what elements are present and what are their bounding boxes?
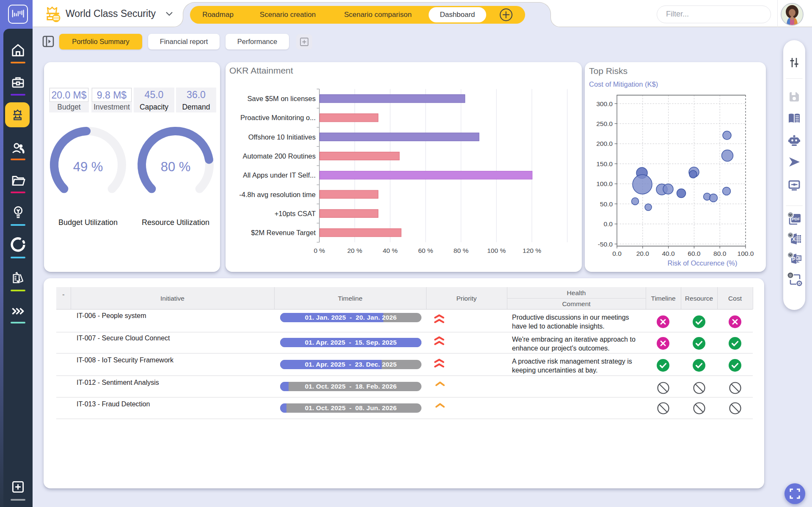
svg-text:250.0: 250.0 [596, 120, 613, 127]
svg-text:Proactive Monitoring o...: Proactive Monitoring o... [240, 114, 316, 121]
svg-text:60 %: 60 % [418, 247, 433, 254]
svg-text:100.0: 100.0 [596, 180, 613, 187]
svg-text:Save $5M on licenses: Save $5M on licenses [248, 95, 316, 102]
svg-text:$2M Revenue Target: $2M Revenue Target [251, 229, 316, 236]
svg-text:80.0: 80.0 [713, 250, 727, 257]
svg-text:Automate 200 Routines: Automate 200 Routines [243, 152, 316, 160]
svg-text:Risk of Occurence (%): Risk of Occurence (%) [667, 259, 737, 267]
svg-text:50.0: 50.0 [600, 200, 613, 208]
svg-text:All Apps under IT Self...: All Apps under IT Self... [243, 171, 316, 179]
svg-text:0.0: 0.0 [603, 220, 613, 227]
svg-text:120 %: 120 % [523, 247, 541, 254]
svg-text:0.0: 0.0 [612, 250, 622, 257]
svg-text:PDF: PDF [792, 217, 800, 221]
svg-text:80 %: 80 % [454, 247, 469, 254]
svg-text:+10pts CSAT: +10pts CSAT [275, 210, 316, 217]
svg-text:60.0: 60.0 [688, 250, 701, 257]
svg-text:Offshore 10 Initiatives: Offshore 10 Initiatives [248, 133, 316, 141]
svg-text:20 %: 20 % [347, 247, 363, 254]
svg-text:20.0: 20.0 [636, 250, 650, 257]
svg-text:300.0: 300.0 [596, 100, 613, 107]
svg-text:40.0: 40.0 [662, 250, 675, 257]
svg-text:-50.0: -50.0 [598, 241, 613, 248]
svg-text:200.0: 200.0 [596, 140, 613, 147]
svg-text:100 %: 100 % [487, 247, 506, 254]
svg-text:150.0: 150.0 [596, 160, 613, 167]
svg-text:0 %: 0 % [314, 247, 325, 254]
svg-text:100.0: 100.0 [738, 250, 754, 257]
svg-text:40 %: 40 % [383, 247, 398, 254]
svg-text:-4.8h avg resolution time: -4.8h avg resolution time [239, 191, 316, 198]
